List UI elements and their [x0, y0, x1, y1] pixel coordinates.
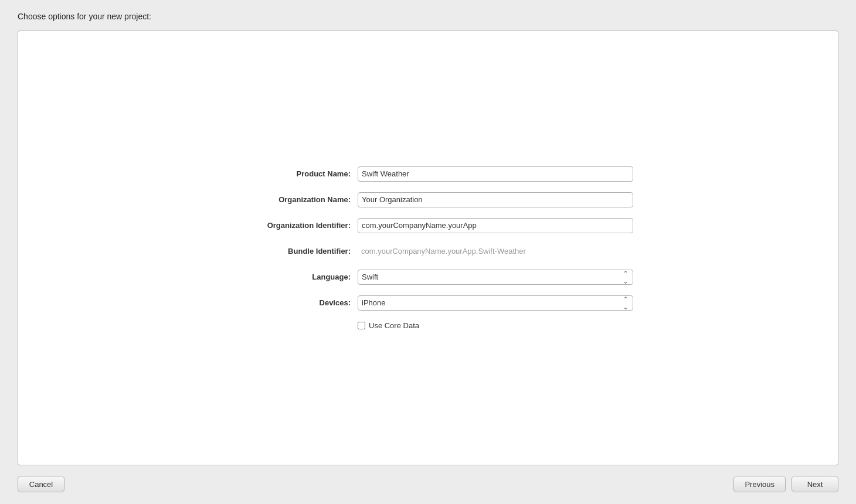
organization-name-input[interactable]	[358, 192, 633, 207]
previous-button[interactable]: Previous	[733, 476, 786, 492]
language-select[interactable]: Swift Objective-C	[358, 270, 633, 285]
product-name-row: Product Name:	[223, 166, 633, 182]
btn-group-right: Previous Next	[733, 476, 838, 492]
bundle-identifier-row: Bundle Identifier: com.yourCompanyName.y…	[223, 244, 633, 259]
bottom-bar: Cancel Previous Next	[18, 476, 838, 492]
organization-name-row: Organization Name:	[223, 192, 633, 207]
devices-label: Devices:	[223, 298, 358, 307]
product-name-input[interactable]	[358, 166, 633, 182]
next-button[interactable]: Next	[792, 476, 838, 492]
use-core-data-label: Use Core Data	[369, 321, 419, 330]
language-row: Language: Swift Objective-C ⌃ ⌄	[223, 270, 633, 285]
organization-name-label: Organization Name:	[223, 195, 358, 204]
devices-select-wrapper: iPhone iPad Universal ⌃ ⌄	[358, 295, 633, 311]
bundle-identifier-value: com.yourCompanyName.yourApp.Swift-Weathe…	[358, 244, 633, 259]
product-name-label: Product Name:	[223, 169, 358, 178]
page-title: Choose options for your new project:	[18, 12, 838, 21]
organization-identifier-input[interactable]	[358, 218, 633, 233]
devices-select[interactable]: iPhone iPad Universal	[358, 295, 633, 311]
language-select-wrapper: Swift Objective-C ⌃ ⌄	[358, 270, 633, 285]
bundle-identifier-label: Bundle Identifier:	[223, 247, 358, 256]
language-label: Language:	[223, 273, 358, 281]
organization-identifier-label: Organization Identifier:	[223, 221, 358, 230]
organization-identifier-row: Organization Identifier:	[223, 218, 633, 233]
main-panel: Product Name: Organization Name: Organiz…	[18, 30, 838, 465]
use-core-data-checkbox[interactable]	[358, 322, 365, 329]
devices-row: Devices: iPhone iPad Universal ⌃ ⌄	[223, 295, 633, 311]
form-container: Product Name: Organization Name: Organiz…	[223, 166, 633, 330]
use-core-data-row: Use Core Data	[223, 321, 633, 330]
cancel-button[interactable]: Cancel	[18, 476, 64, 492]
